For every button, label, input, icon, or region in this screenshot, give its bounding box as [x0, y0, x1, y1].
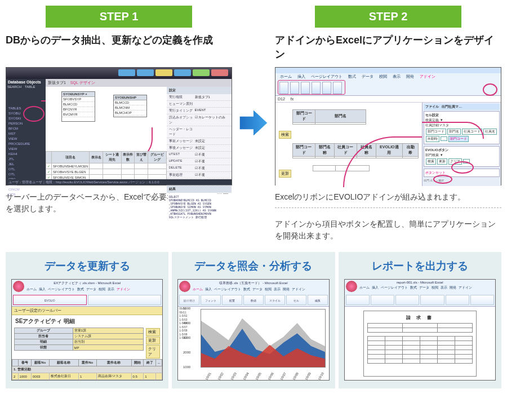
- addin-task-pane[interactable]: ファイル 出門社員マ… セル設定 検索定義 ▼ 社員詳細マスタ 部門コード部門名…: [422, 103, 501, 186]
- tree-item[interactable]: BFCM: [8, 126, 30, 131]
- sidebar-tab[interactable]: TABLE: [25, 85, 35, 89]
- ribbon-tab[interactable]: ホーム: [359, 285, 370, 290]
- ribbon-tab[interactable]: データ: [252, 287, 263, 292]
- excel-ribbon[interactable]: ホーム挿入ページレイアウト数式データ校閲表示開発アドイン: [275, 73, 501, 96]
- ribbon-tab[interactable]: アドイン: [292, 287, 305, 292]
- ribbon-icon[interactable]: [322, 82, 331, 94]
- db-objects-sidebar[interactable]: Database Objects SEARCH TABLE TABLESSYOB…: [6, 79, 46, 185]
- toolbar-btn[interactable]: [118, 69, 135, 76]
- prop-row[interactable]: ヒューマン原則: [167, 101, 232, 108]
- grid-row[interactable]: SFOBUNSHEYLMCEN: [46, 163, 167, 169]
- tab-label[interactable]: 新規タブ1: [48, 81, 67, 85]
- ribbon-tab[interactable]: 表示: [108, 287, 114, 292]
- ribbon-icon[interactable]: [301, 82, 310, 94]
- toolbar-btn[interactable]: [155, 69, 172, 76]
- grid-row[interactable]: SFOBHVSYE BLGEN: [46, 169, 167, 175]
- worksheet[interactable]: 部門コード部門名 検索 部門コード部門名称社員コード社員名称EVOLIO適用出勤…: [275, 103, 422, 186]
- ribbon-tab[interactable]: 校閲: [432, 285, 438, 290]
- prop-row[interactable]: 事前処理☑ 不要: [167, 172, 232, 179]
- ribbon-tab[interactable]: 開発: [405, 73, 415, 80]
- ribbon-tab[interactable]: 数式: [410, 285, 417, 290]
- search-button[interactable]: 検索: [279, 131, 291, 139]
- design-canvas[interactable]: SYOBUNSYP × SFOBVSYP BLMCCD BFCNYR BVCMY…: [46, 87, 167, 154]
- prop-row[interactable]: UTEST☑ 不要: [167, 152, 232, 158]
- ribbon-tab[interactable]: 表示: [392, 73, 402, 80]
- ribbon-tab[interactable]: 挿入: [205, 287, 212, 292]
- update-button[interactable]: 更新: [146, 337, 161, 344]
- ribbon-tab[interactable]: ページレイアウト: [48, 287, 75, 292]
- tree-item[interactable]: PROCEDURE: [8, 142, 30, 147]
- db-table-box[interactable]: SYOBUNSYP × SFOBVSYP BLMCCD BFCNYR BVCMY…: [61, 91, 95, 122]
- ribbon-icon[interactable]: [312, 82, 321, 94]
- toolbar-btn[interactable]: [211, 69, 228, 76]
- ribbon-tab[interactable]: アドイン: [117, 287, 130, 292]
- ribbon-group[interactable]: フォント: [201, 295, 221, 305]
- pane-button-item[interactable]: 検索: [426, 158, 436, 165]
- db-table-box[interactable]: SYOBUNSHP BLMCCD BLMCNM BLMCHOP: [113, 95, 147, 117]
- update-button[interactable]: 更新: [279, 170, 291, 178]
- ribbon-icon[interactable]: [290, 82, 299, 94]
- ribbon-tab[interactable]: 数式: [243, 287, 250, 292]
- ribbon-tab[interactable]: データ: [419, 285, 429, 290]
- ribbon-tab[interactable]: アドイン: [419, 73, 437, 80]
- ribbon-tab[interactable]: ホーム: [26, 287, 37, 292]
- tbl-col[interactable]: BLMCCD: [114, 100, 146, 105]
- ribbon-tab[interactable]: 表示: [274, 287, 281, 292]
- tbl-col[interactable]: BLMCCD: [62, 102, 95, 107]
- ribbon-group[interactable]: 数値: [243, 295, 264, 305]
- tree-item[interactable]: PERSON: [8, 121, 30, 126]
- ribbon-tab[interactable]: 数式: [77, 287, 84, 292]
- ribbon-tab[interactable]: 校閲: [378, 73, 388, 80]
- tree-item[interactable]: VIEW: [8, 147, 30, 152]
- toolbar-btn[interactable]: [174, 69, 191, 76]
- ribbon-tab[interactable]: ホーム: [193, 287, 203, 292]
- ribbon-group[interactable]: 編集: [308, 295, 328, 305]
- tree-item[interactable]: QTR: [8, 192, 30, 197]
- tbl-col[interactable]: SFOBVSYP: [62, 97, 95, 102]
- ribbon-tab[interactable]: 校閲: [265, 287, 272, 292]
- clear-button[interactable]: クリア: [146, 345, 161, 359]
- prop-row[interactable]: UPDATE☑ 不要: [167, 158, 232, 165]
- tree-item[interactable]: JTL: [8, 157, 30, 162]
- prop-row[interactable]: DELETE☑ 不要: [167, 165, 232, 172]
- ribbon-tab[interactable]: ページレイアウト: [310, 73, 344, 80]
- ribbon-group[interactable]: 貼り付け: [179, 295, 199, 305]
- formula-bar[interactable]: D12 fx: [275, 96, 501, 103]
- search-button[interactable]: 検索: [146, 328, 161, 336]
- addin-ribbon-group[interactable]: [278, 80, 345, 95]
- prop-row[interactable]: 実行タイミングEVENT: [167, 108, 232, 114]
- pane-button-item[interactable]: 更新: [437, 158, 447, 165]
- ribbon-tab[interactable]: ページレイアウト: [214, 287, 241, 292]
- tab-sql[interactable]: SQL デザイン: [67, 79, 99, 87]
- ribbon-tab[interactable]: アドイン: [459, 285, 472, 290]
- dropdown[interactable]: 部門検索 ▼: [425, 153, 498, 158]
- ribbon-tab[interactable]: ページレイアウト: [381, 285, 408, 290]
- ribbon-tab[interactable]: 開発: [283, 287, 290, 292]
- ribbon-tab[interactable]: 数式: [347, 73, 357, 80]
- tbl-col[interactable]: BFCNYR: [62, 107, 95, 112]
- tbl-col[interactable]: BLMCHOP: [114, 110, 146, 116]
- tree-item[interactable]: MST: [8, 131, 30, 136]
- ribbon-tab[interactable]: データ: [86, 287, 96, 292]
- ribbon-group[interactable]: セル: [286, 295, 306, 305]
- tree-item[interactable]: OTL: [8, 172, 30, 177]
- ribbon-tab[interactable]: 開発: [450, 285, 456, 290]
- sidebar-tab[interactable]: SEARCH: [7, 85, 21, 89]
- tbl-col[interactable]: BLMCNM: [114, 105, 146, 110]
- sheet-body[interactable]: 請 求 書: [345, 307, 495, 380]
- tree-item[interactable]: JEL: [8, 162, 30, 167]
- pane-field-item[interactable]: 社員名: [483, 129, 497, 135]
- header-input-table[interactable]: 部門コード部門名: [292, 109, 366, 125]
- ribbon-group[interactable]: スタイル: [265, 295, 285, 305]
- ribbon-tab[interactable]: 挿入: [39, 287, 46, 292]
- toolbar-btn[interactable]: [193, 69, 210, 76]
- tree-item[interactable]: OTL: [8, 167, 30, 172]
- ribbon-tab[interactable]: 挿入: [372, 285, 379, 290]
- office-orb-icon[interactable]: [13, 281, 24, 292]
- prop-row[interactable]: 事後メッセージ未設定: [167, 145, 232, 152]
- ribbon-group[interactable]: [88, 295, 162, 305]
- ribbon-icon[interactable]: [279, 82, 288, 94]
- properties-pane[interactable]: 設定 実行権限新規タブ1ヒューマン原則実行タイミングEVENT読込みオプション☑…: [167, 87, 232, 185]
- tree-item[interactable]: KEIHI: [8, 152, 30, 157]
- prop-row[interactable]: 読込みオプション☑ カレーケットのみ: [167, 114, 232, 126]
